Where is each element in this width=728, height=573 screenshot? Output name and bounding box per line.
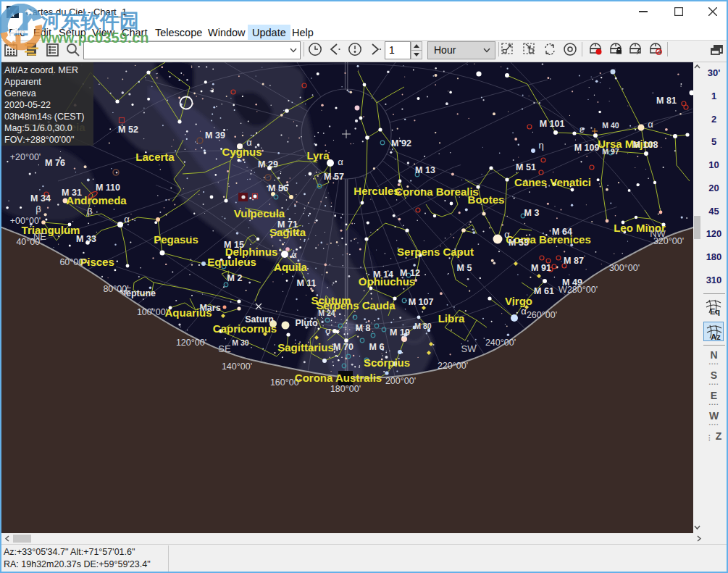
svg-text:α: α [338,156,343,167]
svg-text:M 3: M 3 [524,208,540,218]
svg-text:Geneva: Geneva [4,88,36,99]
svg-text:NW: NW [650,228,666,239]
svg-text:η: η [538,140,543,151]
svg-text:β: β [35,204,41,214]
svg-text:2020-05-22: 2020-05-22 [4,100,51,110]
svg-text:M 64: M 64 [552,227,572,237]
svg-text:M 87: M 87 [564,256,584,266]
svg-text:NE: NE [33,231,46,242]
svg-text:ε: ε [580,124,584,135]
svg-text:M 6: M 6 [369,342,385,352]
svg-text:M 81: M 81 [656,96,677,106]
svg-text:Sagittarius: Sagittarius [277,341,334,354]
svg-text:M 108: M 108 [633,140,658,150]
svg-text:M 29: M 29 [258,159,278,170]
svg-text:M 56: M 56 [268,183,288,193]
svg-text:Serpens Caput: Serpens Caput [397,246,474,258]
svg-text:03h48m14s (CEST): 03h48m14s (CEST) [4,112,84,122]
svg-text:220°00': 220°00' [438,361,468,371]
svg-text:河东软件园: 河东软件园 [41,10,139,32]
svg-text:M 8: M 8 [356,323,371,333]
svg-text:Az: Az [711,332,721,341]
svg-text:M 39: M 39 [205,130,225,141]
svg-text:M 51: M 51 [516,162,536,172]
svg-text:+20°00': +20°00' [10,152,41,162]
svg-text:180°00': 180°00' [330,384,361,394]
svg-text:SW: SW [461,343,477,354]
svg-text:Equuleus: Equuleus [207,256,256,268]
svg-text:M 34: M 34 [30,193,51,204]
svg-text:M 107: M 107 [409,297,434,307]
svg-text:Cygnus: Cygnus [222,146,262,158]
svg-text:σ: σ [325,325,331,336]
svg-text:140°00': 140°00' [222,361,252,372]
svg-text:M 52: M 52 [118,125,138,135]
svg-text:Lyra: Lyra [306,149,330,162]
svg-text:Aquila: Aquila [274,261,307,273]
svg-text:Libra: Libra [438,312,465,325]
svg-text:M 24: M 24 [318,309,335,317]
svg-text:Corona Borealis: Corona Borealis [395,185,479,198]
svg-text:120°00': 120°00' [176,338,206,348]
svg-text:100°00': 100°00' [137,307,167,317]
svg-text:Vulpecula: Vulpecula [234,207,285,219]
svg-text:M 2: M 2 [227,273,243,283]
svg-text:M 71: M 71 [277,219,298,230]
svg-text:M 70: M 70 [333,342,353,352]
svg-text:Virgo: Virgo [505,295,532,307]
svg-text:M 91: M 91 [531,263,551,273]
svg-text:Hercules: Hercules [353,185,399,197]
svg-text:200°00': 200°00' [385,376,416,386]
svg-text:Saturn: Saturn [245,314,274,325]
svg-text:Apparent: Apparent [4,77,41,87]
svg-text:M 110: M 110 [96,183,120,193]
svg-text:M 33: M 33 [76,234,96,244]
svg-text:α: α [504,229,510,240]
svg-text:Pegasus: Pegasus [154,233,198,246]
svg-text:α: α [648,119,653,130]
svg-text:www.pc0359.cn: www.pc0359.cn [40,30,149,46]
svg-text:E: E [125,285,132,296]
svg-text:M 92: M 92 [391,138,411,149]
svg-text:240°00': 240°00' [485,338,516,348]
svg-text:Pluto: Pluto [295,318,318,328]
svg-text:280°00': 280°00' [567,285,598,295]
svg-text:M 57: M 57 [324,172,344,182]
svg-text:W: W [558,284,568,295]
svg-text:M 13: M 13 [415,165,435,175]
svg-text:M 97: M 97 [602,147,619,156]
svg-text:M 76: M 76 [45,158,65,168]
svg-text:+00°00': +00°00' [10,216,41,226]
svg-text:α: α [124,214,130,225]
svg-text:Corona Australis: Corona Australis [295,372,382,384]
svg-text:Eq: Eq [710,307,720,316]
svg-text:FOV:+288°00'00": FOV:+288°00'00" [4,135,75,145]
svg-text:Scorpius: Scorpius [364,356,410,369]
svg-text:M 11: M 11 [296,278,316,288]
svg-text:α: α [246,137,252,148]
svg-text:M 101: M 101 [540,119,565,129]
svg-text:M 5: M 5 [457,263,472,273]
svg-text:β: β [87,206,92,217]
svg-text:M 12: M 12 [400,268,420,278]
svg-text:M 19: M 19 [390,327,410,338]
svg-text:M 109: M 109 [574,143,600,153]
svg-text:M 80: M 80 [414,322,432,330]
svg-text:M 15: M 15 [224,240,244,250]
svg-text:260°00': 260°00' [527,310,557,320]
svg-text:Bootes: Bootes [468,193,505,206]
svg-text:M 61: M 61 [534,286,554,296]
svg-text:M 40: M 40 [602,121,619,130]
svg-text:M 31: M 31 [62,188,82,198]
svg-text:M 53: M 53 [509,238,529,248]
svg-text:Lacerta: Lacerta [135,151,175,163]
svg-text:Mag:5.1/6.0,30.0: Mag:5.1/6.0,30.0 [4,123,72,133]
svg-text:M 14: M 14 [373,269,393,280]
svg-text:SE: SE [218,343,231,354]
svg-text:300°00': 300°00' [609,263,640,273]
svg-text:60°00': 60°00' [59,257,85,267]
svg-text:M 30: M 30 [232,338,249,347]
svg-text:α: α [291,249,297,260]
svg-text:Alt/Az coord. MER: Alt/Az coord. MER [4,65,78,75]
svg-text:Canes Venatici: Canes Venatici [514,176,591,188]
